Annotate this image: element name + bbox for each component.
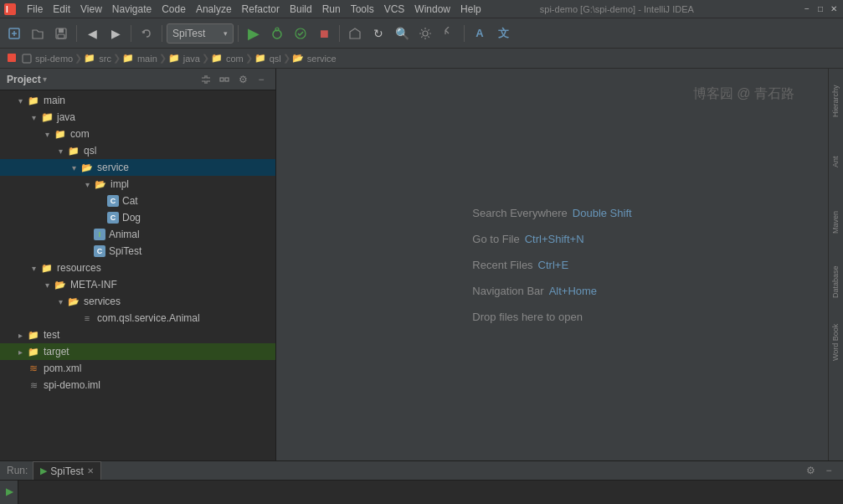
debug-button[interactable] — [266, 23, 288, 44]
tree-item-meta-inf[interactable]: ▾ 📂 META-INF — [0, 276, 275, 293]
tree-item-dog[interactable]: ▸ C Dog — [0, 209, 275, 226]
save-button[interactable] — [50, 23, 72, 44]
close-panel-button[interactable]: − — [254, 72, 269, 87]
tree-item-service[interactable]: ▾ 📂 service — [0, 159, 275, 176]
run-settings-button[interactable]: ⚙ — [803, 463, 818, 478]
right-tab-ant[interactable]: Ant — [830, 132, 843, 191]
right-tab-hierarchy[interactable]: Hierarchy — [830, 72, 843, 131]
tree-item-target[interactable]: ▸ 📁 target — [0, 343, 275, 360]
expand-arrow-test[interactable]: ▸ — [13, 331, 27, 340]
expand-arrow-java[interactable]: ▾ — [27, 113, 40, 122]
run-tab-bar: Run: ▶ SpiTest ✕ ⚙ − — [0, 461, 843, 481]
tree-item-spitest[interactable]: ▸ C SpiTest — [0, 243, 275, 260]
tree-label-service-file: com.qsl.service.Animal — [97, 312, 200, 324]
menu-analyze[interactable]: Analyze — [191, 2, 237, 17]
tree-item-cat[interactable]: ▸ C Cat — [0, 193, 275, 209]
run-play-button[interactable]: ▶ — [2, 484, 17, 499]
menu-refactor[interactable]: Refactor — [237, 2, 285, 17]
right-tab-database[interactable]: Database — [830, 253, 843, 311]
right-tab-maven[interactable]: Maven — [830, 193, 843, 251]
tree-item-impl[interactable]: ▾ 📂 impl — [0, 176, 275, 193]
menu-vcs[interactable]: VCS — [379, 2, 410, 17]
breadcrumb-qsl[interactable]: 📁 qsl — [254, 53, 281, 64]
vcs-button[interactable] — [438, 23, 460, 44]
close-button[interactable]: ✕ — [828, 3, 840, 15]
run-tab-actions: ⚙ − — [803, 463, 836, 478]
breadcrumb-java[interactable]: 📁 java — [168, 53, 200, 64]
tree-item-services[interactable]: ▾ 📂 services — [0, 293, 275, 310]
expand-arrow-com[interactable]: ▾ — [40, 130, 54, 139]
tree-item-main[interactable]: ▾ 📁 main — [0, 92, 275, 109]
search-button[interactable]: 🔍 — [391, 23, 413, 44]
tree-item-qsl[interactable]: ▾ 📁 qsl — [0, 142, 275, 159]
undo-button[interactable] — [136, 23, 157, 44]
tree-item-com[interactable]: ▾ 📁 com — [0, 126, 275, 142]
settings-gear-icon[interactable]: ⚙ — [235, 72, 250, 87]
translate-2-button[interactable]: 文 — [492, 23, 514, 44]
breadcrumb-com[interactable]: 📁 com — [211, 53, 244, 64]
folder-open-icon-services: 📂 — [67, 295, 80, 308]
expand-arrow-resources[interactable]: ▾ — [27, 264, 40, 273]
stop-button[interactable]: ⏹ — [313, 23, 335, 44]
expand-all-button[interactable] — [198, 72, 213, 87]
menu-run[interactable]: Run — [317, 2, 346, 17]
breadcrumb-service[interactable]: 📂 service — [292, 53, 337, 64]
run-with-coverage-button[interactable] — [290, 23, 311, 44]
run-tab-label: SpiTest — [50, 465, 83, 477]
run-tab-close-icon[interactable]: ✕ — [87, 466, 94, 476]
menu-navigate[interactable]: Navigate — [107, 2, 157, 17]
breadcrumb-spi-demo[interactable]: spi-demo — [22, 54, 73, 64]
sync-button[interactable]: ↻ — [368, 23, 389, 44]
breadcrumb-main[interactable]: 📁 main — [122, 53, 157, 64]
menu-tools[interactable]: Tools — [346, 2, 379, 17]
tree-label-impl: impl — [111, 178, 129, 190]
new-project-button[interactable] — [3, 23, 25, 44]
menu-window[interactable]: Window — [409, 2, 455, 17]
tree-item-iml[interactable]: ▸ ≋ spi-demo.iml — [0, 377, 275, 393]
expand-arrow-qsl[interactable]: ▾ — [54, 147, 67, 156]
separator-3 — [162, 25, 162, 42]
expand-arrow-services[interactable]: ▾ — [54, 297, 67, 306]
menu-edit[interactable]: Edit — [48, 2, 75, 17]
run-minimize-button[interactable]: − — [821, 463, 836, 478]
tree-item-animal[interactable]: ▸ I Animal — [0, 226, 275, 243]
back-button[interactable]: ◀ — [81, 23, 103, 44]
right-tab-wordbook[interactable]: Word Book — [830, 313, 843, 372]
menu-view[interactable]: View — [75, 2, 107, 17]
translate-button[interactable]: A — [469, 23, 491, 44]
run-configuration-selector[interactable]: SpiTest ▾ — [167, 23, 234, 44]
forward-button[interactable]: ▶ — [105, 23, 126, 44]
menu-help[interactable]: Help — [455, 2, 486, 17]
svg-rect-14 — [8, 54, 16, 62]
expand-arrow-impl[interactable]: ▾ — [80, 180, 94, 189]
tree-label-meta-inf: META-INF — [70, 279, 117, 291]
settings-button[interactable] — [414, 23, 436, 44]
breadcrumb-src[interactable]: 📁 src — [84, 53, 111, 64]
expand-arrow-service[interactable]: ▾ — [67, 163, 80, 172]
run-tab-spitest[interactable]: ▶ SpiTest ✕ — [33, 461, 100, 480]
run-stop-button[interactable]: ⏹ — [2, 501, 17, 504]
res-folder-icon-resources: 📁 — [40, 261, 54, 275]
tree-label-spitest: SpiTest — [109, 245, 141, 257]
tree-item-pom[interactable]: ▸ ≋ pom.xml — [0, 360, 275, 377]
expand-arrow-meta-inf[interactable]: ▾ — [40, 280, 54, 290]
menu-file[interactable]: File — [22, 2, 48, 17]
tree-label-main: main — [44, 95, 65, 106]
folder-open-icon-service: 📂 — [80, 161, 94, 174]
expand-arrow-main[interactable]: ▾ — [13, 96, 27, 105]
menu-code[interactable]: Code — [157, 2, 191, 17]
tree-item-java[interactable]: ▾ 📁 java — [0, 109, 275, 126]
menu-build[interactable]: Build — [285, 2, 317, 17]
build-button[interactable] — [344, 23, 366, 44]
collapse-all-button[interactable] — [217, 72, 232, 87]
tree-item-resources[interactable]: ▾ 📁 resources — [0, 260, 275, 276]
minimize-button[interactable]: − — [801, 3, 813, 15]
shortcut-navigation-bar: Navigation Bar Alt+Home — [472, 285, 631, 297]
tree-item-test[interactable]: ▸ 📁 test — [0, 327, 275, 343]
shortcut-goto-file: Go to File Ctrl+Shift+N — [472, 233, 631, 245]
expand-arrow-target[interactable]: ▸ — [13, 347, 27, 357]
open-button[interactable] — [27, 23, 49, 44]
run-button[interactable]: ▶ — [243, 23, 265, 44]
maximize-button[interactable]: □ — [815, 3, 826, 15]
tree-item-service-file[interactable]: ▸ ≡ com.qsl.service.Animal — [0, 310, 275, 327]
